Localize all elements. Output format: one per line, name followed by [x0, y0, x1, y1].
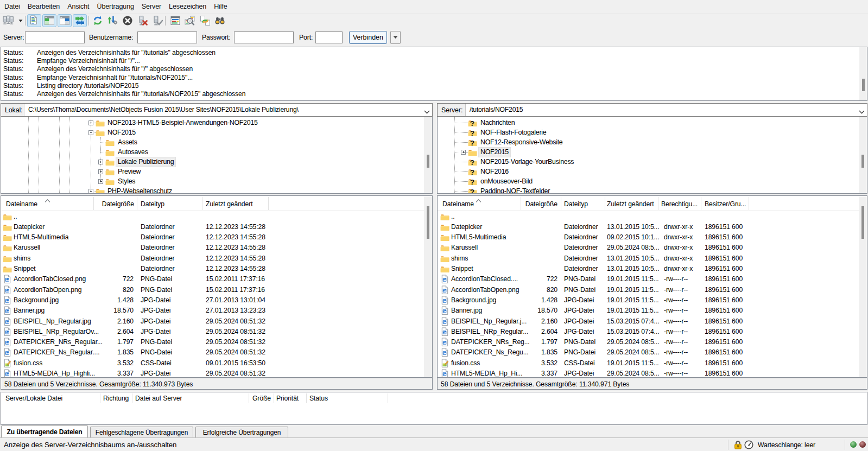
synchronized-browsing-button[interactable]: [198, 14, 212, 27]
tree-item[interactable]: onMouseover-Bild: [479, 177, 534, 186]
file-row[interactable]: DATEPICKER_NRs_Reg...1.797PNG-Datei29.05…: [438, 337, 867, 347]
queue-column-remote-file[interactable]: Datei auf Server: [135, 395, 182, 402]
message-log[interactable]: Status:Anzeigen des Verzeichnisinhalts f…: [1, 47, 867, 101]
file-row[interactable]: shimsDateiordner12.12.2023 14:55:28: [1, 253, 432, 264]
tree-item[interactable]: Padding-NOF-Textfelder: [479, 187, 552, 194]
speed-limits-icon[interactable]: [744, 440, 753, 451]
tree-item[interactable]: NOF-Flash-Fotogalerie: [479, 128, 548, 137]
file-row[interactable]: shimsDateiordner13.01.2015 10:5...drwxr-…: [438, 253, 867, 264]
refresh-button[interactable]: [91, 14, 105, 27]
file-row[interactable]: DATEPICKER_Ns_Regular....1.835PNG-Datei2…: [1, 347, 432, 358]
menu-item-hilfe[interactable]: Hilfe: [210, 1, 231, 12]
local-file-list[interactable]: DateinameDateigrößeDateitypZuletzt geänd…: [1, 195, 433, 378]
file-row[interactable]: AccordionTabClosed.png722PNG-Datei15.02.…: [1, 274, 432, 284]
file-row[interactable]: SnippetDateiordner13.01.2015 10:5...drwx…: [438, 264, 867, 274]
chevron-down-icon[interactable]: [859, 108, 865, 116]
server-input[interactable]: [25, 31, 85, 43]
file-row[interactable]: Background.jpg1.428JPG-Datei19.01.2015 1…: [438, 295, 867, 306]
tree-scrollbar[interactable]: [424, 117, 432, 193]
queue-column-status[interactable]: Status: [309, 395, 328, 402]
column-separator[interactable]: [605, 197, 605, 210]
file-row[interactable]: HTML5-MEDIA_Hp_Hi...3.337JPG-Datei29.05.…: [438, 369, 867, 378]
password-input[interactable]: [234, 31, 294, 43]
tree-item[interactable]: NOF2015-Vorlage-YourBusiness: [479, 157, 575, 167]
file-row[interactable]: ..: [1, 212, 432, 222]
column-separator[interactable]: [137, 197, 137, 210]
column-separator[interactable]: [132, 393, 132, 403]
file-row[interactable]: HTML5-MultimediaDateiordner12.12.2023 14…: [1, 232, 432, 243]
column-separator[interactable]: [521, 197, 521, 210]
tree-expand-icon[interactable]: [88, 189, 93, 194]
file-row[interactable]: BEISPIEL_Np_Regular.j...2.160JPG-Datei15…: [438, 316, 867, 327]
tree-scrollbar-thumb[interactable]: [861, 155, 864, 168]
column-header-type[interactable]: Dateityp: [141, 200, 164, 208]
tab-queued-files[interactable]: Zu übertragende Dateien: [1, 425, 88, 437]
log-scrollbar[interactable]: [859, 47, 867, 100]
reconnect-button[interactable]: [150, 14, 164, 27]
tab-successful-transfers[interactable]: Erfolgreiche Übertragungen: [195, 427, 288, 437]
menu-item-server[interactable]: Server: [138, 1, 165, 12]
menu-item--bertragung[interactable]: Übertragung: [93, 1, 137, 12]
tree-item[interactable]: NOF2015: [479, 148, 510, 157]
file-row[interactable]: DATEPICKER_Ns_Regu...1.835PNG-Datei29.05…: [438, 347, 867, 358]
column-separator[interactable]: [388, 393, 388, 403]
tree-expand-icon[interactable]: [461, 150, 466, 155]
menu-item-datei[interactable]: Datei: [1, 1, 24, 12]
queue-column-direction[interactable]: Richtung: [103, 395, 129, 402]
site-manager-button[interactable]: [1, 14, 15, 27]
column-separator[interactable]: [100, 393, 100, 403]
username-input[interactable]: [137, 31, 197, 43]
tree-item[interactable]: NOF12-Responsive-Website: [479, 138, 564, 147]
column-separator[interactable]: [268, 197, 269, 210]
file-row[interactable]: BEISPIEL_NRp_Regular...2.604JPG-Datei15.…: [438, 327, 867, 337]
toggle-remote-tree-button[interactable]: [58, 14, 72, 27]
connect-button[interactable]: Verbinden: [349, 31, 387, 44]
column-separator[interactable]: [561, 197, 561, 210]
toggle-message-log-button[interactable]: [27, 14, 41, 27]
tree-item[interactable]: Nachrichten: [479, 118, 516, 128]
list-scrollbar[interactable]: [424, 196, 432, 377]
local-directory-tree[interactable]: NOF2013-HTML5-Beispiel-Anwendungen-NOF20…: [1, 117, 433, 194]
menu-item-bearbeiten[interactable]: Bearbeiten: [24, 1, 64, 12]
column-separator[interactable]: [249, 393, 249, 403]
tree-scrollbar[interactable]: [859, 117, 867, 193]
file-row[interactable]: ..: [438, 212, 867, 222]
file-row[interactable]: KarussellDateiordner12.12.2023 14:55:28: [1, 243, 432, 253]
tree-item[interactable]: Styles: [116, 177, 137, 186]
file-row[interactable]: BEISPIEL_NRp_RegularOv...2.604JPG-Datei2…: [1, 327, 432, 337]
column-header-size[interactable]: Dateigröße: [521, 200, 557, 208]
column-separator[interactable]: [93, 197, 94, 210]
tree-expand-icon[interactable]: [98, 160, 103, 164]
tab-failed-transfers[interactable]: Fehlgeschlagene Übertragungen: [90, 427, 193, 437]
menu-item-ansicht[interactable]: Ansicht: [64, 1, 93, 12]
find-files-button[interactable]: [213, 14, 227, 27]
remote-path-combobox[interactable]: /tutorials/NOF2015: [470, 106, 523, 113]
tree-scrollbar-thumb[interactable]: [427, 155, 429, 168]
file-row[interactable]: fusion.css3.532CSS-Datei09.01.2015 16:53…: [1, 358, 432, 369]
list-scrollbar[interactable]: [859, 196, 867, 377]
filter-button[interactable]: [168, 14, 182, 27]
directory-comparison-button[interactable]: [183, 14, 197, 27]
tree-item[interactable]: NOF2013-HTML5-Beispiel-Anwendungen-NOF20…: [106, 118, 259, 128]
column-header-modified[interactable]: Zuletzt geändert: [607, 200, 654, 208]
list-scrollbar-thumb[interactable]: [861, 206, 864, 239]
tree-item[interactable]: Autosaves: [116, 148, 150, 157]
file-row[interactable]: DatepickerDateiordner13.01.2015 10:5...d…: [438, 222, 867, 232]
column-separator[interactable]: [749, 197, 749, 210]
tree-item[interactable]: PHP-Webseitenschutz: [106, 187, 174, 194]
file-row[interactable]: HTML5-MultimediaDateiordner09.02.2015 10…: [438, 232, 867, 243]
column-header-permissions[interactable]: Berechtigu...: [661, 200, 698, 208]
file-row[interactable]: AccordionTabOpen.png820PNG-Datei19.01.20…: [438, 285, 867, 295]
queue-column-size[interactable]: Größe: [251, 395, 271, 402]
log-indicator-red[interactable]: [859, 441, 866, 448]
tree-item[interactable]: NOF2015: [106, 128, 137, 137]
file-row[interactable]: Background.jpg1.428JPG-Datei27.01.2013 1…: [1, 295, 432, 306]
file-row[interactable]: BEISPIEL_Np_Regular.jpg2.160JPG-Datei29.…: [1, 316, 432, 327]
toggle-transfer-queue-button[interactable]: [73, 14, 87, 27]
file-row[interactable]: DATEPICKER_NRs_Regular...1.797PNG-Datei2…: [1, 337, 432, 347]
file-row[interactable]: KarussellDateiordner29.05.2024 08:5...dr…: [438, 243, 867, 253]
tree-item[interactable]: Lokale Publizierung: [116, 157, 175, 167]
log-scrollbar-thumb[interactable]: [862, 79, 865, 91]
transfer-queue[interactable]: Server/Lokale DateiRichtungDatei auf Ser…: [1, 392, 867, 425]
log-indicator-green[interactable]: [850, 441, 857, 448]
